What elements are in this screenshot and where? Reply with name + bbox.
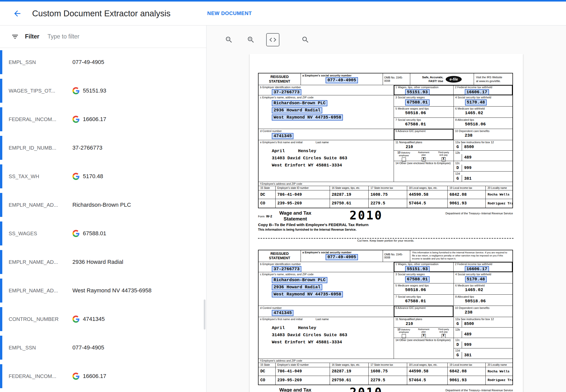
w2-box-14: 14 Other (see enclosed Notice to Employe… [394, 161, 454, 182]
field-list-item[interactable]: FEDERAL_INCOM... 16606.17 [0, 362, 206, 390]
field-value-wrap: 55151.93 [72, 87, 106, 94]
zoom-in-button[interactable] [244, 33, 258, 46]
field-list-item[interactable]: WAGES_TIPS_OT... 55151.93 [0, 76, 206, 105]
w2-reissued-statement: REISSUEDSTATEMENT [259, 73, 301, 85]
w2-box-a-label: a Employee's social security number [301, 73, 383, 77]
w2-box-b-ein: b Employer identification number 37-2766… [259, 85, 394, 95]
field-list-item[interactable]: EMPL_SSN 077-49-4905 [0, 48, 206, 76]
entity-highlight-ss-tax[interactable]: 5170.48 [465, 99, 487, 106]
w2-copy-lines: Copy B--To Be Filed with Employee's FEDE… [258, 222, 513, 231]
entity-highlight-employer-name[interactable]: Richardson-Brown PLC [272, 277, 327, 283]
entity-highlight-ein[interactable]: 37-2766773 [272, 89, 301, 95]
google-icon [72, 373, 80, 380]
w2-box-a-label: a Employee's social security number [301, 250, 383, 254]
entity-highlight-employer-city[interactable]: West Raymond NV 44735-6958 [272, 291, 343, 297]
field-accent-bar [0, 164, 2, 188]
field-label: SS_TAX_WH [9, 174, 70, 179]
field-value-wrap: 077-49-4905 [72, 59, 104, 66]
search-button[interactable] [299, 33, 312, 46]
retirement-checkbox[interactable]: X [422, 334, 426, 338]
field-value: 16606.17 [83, 116, 106, 123]
document-viewer: Cut here. Keep lower portion for your re… [207, 25, 566, 392]
filter-input[interactable] [47, 33, 195, 40]
field-list-item[interactable]: CONTROL_NUMBER 4741345 [0, 305, 206, 333]
entity-highlight-ss-wages[interactable]: 67588.01 [405, 99, 430, 106]
entity-highlight-control-number[interactable]: 4741345 [272, 133, 293, 139]
entity-highlight-ssn[interactable]: 077-49-4905 [326, 254, 358, 260]
field-label: FEDERAL_INCOM... [9, 373, 70, 379]
w2-department-text: Department of the Treasury--Internal Rev… [445, 387, 513, 392]
field-value-wrap: 37-2766773 [72, 145, 102, 151]
entity-highlight-ss-wages[interactable]: 67588.01 [405, 276, 430, 282]
back-button[interactable] [11, 7, 23, 20]
field-label: FEDERAL_INCOM... [9, 116, 70, 122]
page-title: Custom Document Extractor analysis [32, 9, 171, 18]
w2-state-row-2: CO 239-95-269 29750.61 2279.5 57464.5 90… [259, 376, 512, 385]
w2-employee-address: 31403 David Circles Suite 863 [259, 155, 394, 162]
arrow-back-icon [13, 9, 22, 18]
entity-highlight-control-number[interactable]: 4741345 [272, 310, 293, 316]
entity-highlight-wages[interactable]: 55151.93 [405, 89, 430, 95]
w2-box-13: 13 Statutory employee Retirement plan X … [394, 151, 454, 161]
field-accent-bar [0, 79, 2, 103]
field-label: EMPLR_NAME_AD... [9, 259, 70, 265]
field-list-item[interactable]: EMPLR_ID_NUMB... 37-2766773 [0, 134, 206, 162]
field-value: 37-2766773 [72, 145, 102, 151]
entity-highlight-ein[interactable]: 37-2766773 [272, 266, 301, 272]
third-party-checkbox[interactable]: X [442, 157, 446, 161]
field-label: EMPL_SSN [9, 59, 70, 65]
field-label: CONTROL_NUMBER [9, 316, 70, 322]
entity-highlight-employer-address[interactable]: 2936 Howard Radial [272, 284, 322, 290]
field-list-item[interactable]: EMPLR_NAME_AD... West Raymond NV 44735-6… [0, 276, 206, 305]
third-party-checkbox[interactable]: X [442, 334, 446, 338]
entity-highlight-employer-address[interactable]: 2936 Howard Radial [272, 107, 322, 113]
field-value-wrap: Richardson-Brown PLC [72, 202, 131, 208]
field-list-item[interactable]: SS_TAX_WH 5170.48 [0, 162, 206, 191]
w2-state-table-header: 15 State Employer's state ID number 16 S… [259, 186, 512, 190]
zoom-out-button[interactable] [222, 33, 236, 46]
app-bar: Custom Document Extractor analysis NEW D… [0, 2, 566, 25]
sidebar-scrollbar-thumb[interactable] [204, 299, 205, 330]
filter-icon [11, 33, 19, 41]
w2-box-f: f Employee's address and ZIP code [259, 359, 512, 363]
field-value-wrap: 2936 Howard Radial [72, 259, 123, 265]
field-label: EMPLR_NAME_AD... [9, 288, 70, 294]
entity-highlight-wages[interactable]: 55151.93 [405, 266, 430, 272]
new-document-button[interactable]: NEW DOCUMENT [203, 7, 256, 20]
google-icon [72, 230, 80, 237]
viewer-toolbar [207, 25, 566, 54]
field-list-item[interactable]: SS_WAGES 67588.01 [0, 219, 206, 248]
field-value: 5170.48 [83, 173, 103, 180]
entity-highlight-ss-tax[interactable]: 5170.48 [465, 276, 487, 282]
entity-highlight-federal-tax[interactable]: 16606.17 [465, 266, 489, 272]
w2-box-12a: 12a See instructions for box 12 G8500 [454, 140, 513, 151]
retirement-checkbox[interactable]: X [422, 157, 426, 161]
field-list-item[interactable]: EMPLR_NAME_AD... 2936 Howard Radial [0, 248, 206, 276]
w2-box-13: 13 Statutory employee Retirement plan X … [394, 328, 454, 338]
w2-box-11: 11 Nonqualified plans 210 [394, 140, 454, 151]
code-view-button[interactable] [266, 33, 279, 46]
field-value: 4741345 [83, 316, 105, 322]
field-accent-bar [0, 221, 2, 245]
w2-form-label: Form W-2 [258, 387, 272, 392]
field-value: 077-49-4905 [72, 59, 104, 66]
w2-box-d-control: d Control number 4741345 [259, 129, 394, 140]
w2-tax-year: 2010 [350, 210, 383, 220]
entity-highlight-federal-tax[interactable]: 16606.17 [465, 89, 489, 95]
w2-state-row-2: CO 239-95-269 29750.61 2279.5 57464.5 90… [259, 199, 512, 208]
field-list-item[interactable]: EMPL_SSN 077-49-4905 [0, 333, 206, 362]
entity-highlight-employer-city[interactable]: West Raymond NV 44735-6958 [272, 114, 343, 121]
document-page: Cut here. Keep lower portion for your re… [250, 54, 523, 392]
field-list-item[interactable]: FEDERAL_INCOM... 16606.17 [0, 105, 206, 134]
field-list-item[interactable]: EMPLR_NAME_AD... Richardson-Brown PLC [0, 191, 206, 219]
entity-highlight-employer-name[interactable]: Richardson-Brown PLC [272, 100, 327, 106]
w2-employee-city: West Erinfort WY 45881-3334 [259, 339, 394, 346]
field-value-wrap: West Raymond NV 44735-6958 [72, 287, 151, 294]
entity-highlight-ssn[interactable]: 077-49-4905 [326, 77, 358, 83]
w2-visit-irs: Visit the IRS Websiteat www.irs.gov/efil… [474, 73, 512, 85]
w2-box-4: 4 Social security tax withheld 5170.48 [454, 95, 513, 107]
w2-box-9: 9 Advance EIC payment [394, 129, 453, 140]
w2-box-b-ein: b Employer identification number 37-2766… [259, 262, 394, 272]
w2-employee-address: 31403 David Circles Suite 863 [259, 332, 394, 339]
document-scroll-area[interactable]: Cut here. Keep lower portion for your re… [207, 54, 566, 392]
